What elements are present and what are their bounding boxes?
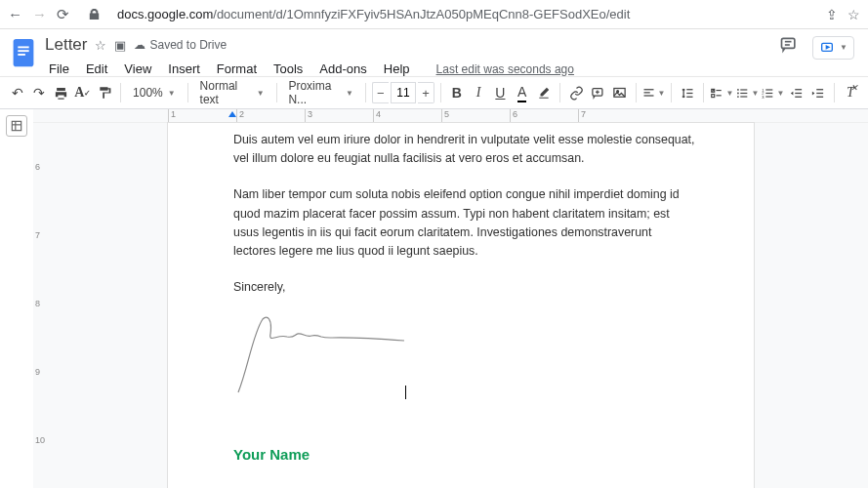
- font-size-increase[interactable]: +: [418, 82, 434, 103]
- svg-rect-33: [766, 92, 773, 93]
- text-color-button[interactable]: A: [513, 81, 532, 104]
- font-dropdown[interactable]: Proxima N...▼: [282, 81, 359, 104]
- svg-rect-38: [816, 89, 823, 90]
- menu-insert[interactable]: Insert: [164, 60, 204, 78]
- insert-image-button[interactable]: [609, 81, 629, 104]
- align-button[interactable]: ▼: [641, 81, 665, 104]
- svg-rect-26: [741, 89, 748, 90]
- outline-toggle-button[interactable]: [6, 115, 27, 137]
- svg-rect-40: [816, 96, 823, 97]
- document-page[interactable]: Duis autem vel eum iriure dolor in hendr…: [168, 123, 754, 488]
- move-doc-icon[interactable]: ▣: [114, 38, 126, 53]
- share-url-icon[interactable]: ⇪: [826, 7, 838, 22]
- horizontal-ruler[interactable]: 1 2 3 4 5 6 7: [33, 109, 868, 123]
- svg-rect-36: [795, 92, 802, 93]
- spellcheck-button[interactable]: A✓: [73, 81, 93, 104]
- saved-status: ☁ Saved to Drive: [134, 38, 227, 52]
- address-bar[interactable]: docs.google.com/document/d/1OmnfyziFXFyi…: [117, 7, 816, 21]
- paragraph-1[interactable]: Duis autem vel eum iriure dolor in hendr…: [233, 131, 695, 168]
- signoff[interactable]: Sincerely,: [233, 278, 695, 297]
- insert-link-button[interactable]: [566, 81, 586, 104]
- menu-edit[interactable]: Edit: [82, 60, 111, 78]
- svg-rect-4: [782, 38, 795, 48]
- menu-addons[interactable]: Add-ons: [315, 60, 370, 78]
- chevron-down-icon: ▼: [840, 43, 847, 52]
- browser-reload[interactable]: ⟳: [57, 6, 69, 23]
- bookmark-star-icon[interactable]: ☆: [847, 7, 860, 22]
- italic-button[interactable]: I: [469, 81, 488, 104]
- last-edit-link[interactable]: Last edit was seconds ago: [433, 61, 578, 78]
- menu-format[interactable]: Format: [213, 60, 261, 78]
- signature-image[interactable]: [233, 309, 695, 387]
- line-spacing-button[interactable]: [678, 81, 697, 104]
- bulleted-list-button[interactable]: ▼: [735, 81, 759, 104]
- svg-rect-3: [18, 54, 25, 56]
- undo-button[interactable]: ↶: [8, 81, 27, 104]
- bold-button[interactable]: B: [447, 81, 467, 104]
- menu-help[interactable]: Help: [380, 60, 414, 78]
- svg-point-25: [737, 96, 739, 98]
- svg-rect-27: [741, 92, 748, 93]
- checklist-button[interactable]: ▼: [710, 81, 733, 104]
- font-size-decrease[interactable]: −: [372, 82, 389, 103]
- svg-rect-37: [795, 96, 802, 97]
- star-doc-icon[interactable]: ☆: [95, 38, 106, 53]
- svg-point-24: [737, 92, 739, 94]
- svg-rect-32: [766, 89, 773, 90]
- svg-rect-28: [741, 96, 748, 97]
- present-share-button[interactable]: ▼: [812, 36, 854, 60]
- svg-rect-21: [712, 94, 715, 97]
- decrease-indent-button[interactable]: [786, 81, 806, 104]
- svg-rect-1: [18, 46, 28, 48]
- svg-rect-34: [766, 96, 773, 97]
- redo-button[interactable]: ↷: [29, 81, 49, 104]
- paint-format-button[interactable]: [95, 81, 114, 104]
- lock-icon: 🔒︎: [87, 6, 102, 22]
- svg-rect-41: [12, 121, 21, 130]
- browser-back[interactable]: ←: [8, 6, 22, 22]
- font-size-input[interactable]: 11: [391, 82, 416, 103]
- svg-text:3: 3: [763, 94, 765, 99]
- doc-title[interactable]: Letter: [45, 35, 87, 55]
- style-dropdown[interactable]: Normal text▼: [194, 81, 270, 104]
- menu-view[interactable]: View: [120, 60, 155, 78]
- svg-rect-39: [816, 92, 823, 93]
- clear-formatting-button[interactable]: T✕: [841, 81, 860, 104]
- increase-indent-button[interactable]: [808, 81, 828, 104]
- insert-comment-button[interactable]: [588, 81, 607, 104]
- zoom-dropdown[interactable]: 100%▼: [127, 81, 182, 104]
- comments-history-icon[interactable]: [779, 35, 799, 60]
- docs-logo-icon: [10, 37, 37, 70]
- svg-rect-0: [14, 39, 34, 66]
- vertical-ruler[interactable]: 6 7 8 9 10: [33, 123, 47, 488]
- highlight-button[interactable]: [534, 81, 554, 104]
- svg-point-23: [737, 89, 739, 91]
- menu-tools[interactable]: Tools: [269, 60, 307, 78]
- numbered-list-button[interactable]: 123▼: [761, 81, 784, 104]
- cloud-icon: ☁: [134, 38, 145, 52]
- menu-file[interactable]: File: [45, 60, 73, 78]
- name-placeholder[interactable]: Your Name: [233, 446, 695, 463]
- print-button[interactable]: [52, 81, 71, 104]
- text-cursor: [405, 386, 406, 399]
- indent-marker-icon[interactable]: [228, 111, 236, 117]
- svg-rect-35: [795, 89, 802, 90]
- underline-button[interactable]: U: [490, 81, 510, 104]
- browser-forward[interactable]: →: [32, 6, 47, 22]
- paragraph-2[interactable]: Nam liber tempor cum soluta nobis eleife…: [233, 185, 695, 261]
- svg-rect-2: [18, 50, 28, 52]
- menu-bar: File Edit View Insert Format Tools Add-o…: [45, 60, 771, 78]
